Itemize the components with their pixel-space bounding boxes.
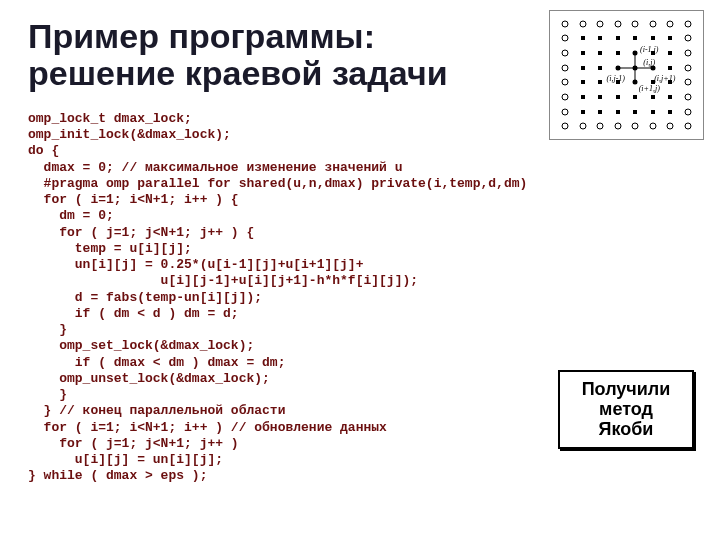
- stencil-diagram: (i,j)(i-1,j)(i+1,j)(i,j-1)(i,j+1): [549, 10, 704, 140]
- callout-box: Получили метод Якоби: [558, 370, 694, 449]
